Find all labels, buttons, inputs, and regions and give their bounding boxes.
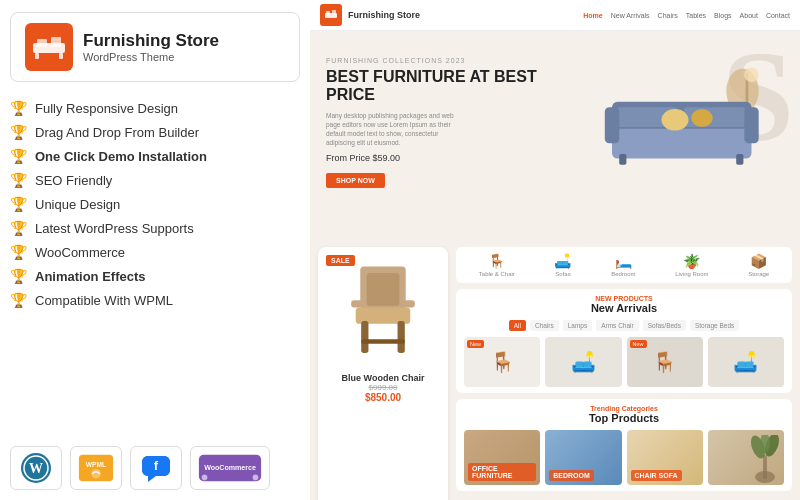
feature-item-wpml: 🏆Compatible With WPML — [10, 288, 300, 312]
arrival-img-2: 🛋️ — [545, 337, 621, 387]
svg-marker-13 — [148, 476, 156, 482]
storage-icon: 📦 — [750, 253, 767, 269]
features-list: 🏆Fully Responsive Design🏆Drag And Drop F… — [0, 92, 310, 440]
nav-about[interactable]: About — [740, 12, 758, 19]
shop-now-button[interactable]: SHOP NOW — [326, 173, 385, 188]
svg-rect-44 — [763, 455, 767, 479]
top-product-vase[interactable] — [708, 430, 784, 485]
badge-wpml: WPML — [70, 446, 122, 490]
feature-item-seo: 🏆SEO Friendly — [10, 168, 300, 192]
feature-icon-drag-drop: 🏆 — [10, 124, 27, 140]
svg-text:W: W — [29, 461, 43, 476]
arrival-card-4: 🛋️ — [708, 337, 784, 387]
new-arrivals-eyebrow: NEW PRODUCTS — [464, 295, 784, 302]
hero-section: FURNISHING COLLECTIONS 2023 BEST FURNITU… — [310, 39, 800, 239]
filter-sofas[interactable]: Sofas/Beds — [643, 320, 686, 331]
nav-blogs[interactable]: Blogs — [714, 12, 732, 19]
cat-tab-table-chair[interactable]: 🪑 Table & Chair — [479, 253, 515, 277]
feature-icon-seo: 🏆 — [10, 172, 27, 188]
living-icon: 🪴 — [683, 253, 700, 269]
products-section: SALE Blue Wooden Ch — [310, 239, 800, 500]
feature-text-seo: SEO Friendly — [35, 173, 112, 188]
nav-chairs[interactable]: Chairs — [658, 12, 678, 19]
feature-text-demo-install: One Click Demo Installation — [35, 149, 207, 164]
vase-bg — [708, 430, 784, 485]
product-price-old: $999.00 — [328, 383, 438, 392]
sale-badge: SALE — [326, 255, 355, 266]
filter-tabs: All Chairs Lamps Arms Chair Sofas/Beds S… — [464, 320, 784, 331]
filter-all[interactable]: All — [509, 320, 526, 331]
store-topbar: Furnishing Store Home New Arrivals Chair… — [310, 0, 800, 31]
svg-text:f: f — [154, 458, 159, 473]
nav-home[interactable]: Home — [583, 12, 602, 19]
svg-rect-4 — [59, 53, 63, 59]
hero-description: Many desktop publishing packages and web… — [326, 111, 466, 147]
cat-tab-bedroom[interactable]: 🛏️ Bedroom — [611, 253, 635, 277]
right-panel: Furnishing Store Home New Arrivals Chair… — [310, 0, 800, 500]
feature-icon-unique: 🏆 — [10, 196, 27, 212]
hero-image-area: S — [584, 51, 784, 191]
chair-image — [328, 257, 438, 367]
svg-rect-31 — [619, 154, 626, 165]
feature-text-animation: Animation Effects — [35, 269, 146, 284]
top-product-office[interactable]: OFFICE FURNITURE — [464, 430, 540, 485]
filter-chairs[interactable]: Chairs — [530, 320, 559, 331]
svg-rect-39 — [398, 321, 405, 353]
hero-text: FURNISHING COLLECTIONS 2023 BEST FURNITU… — [326, 51, 584, 188]
filter-arms-chair[interactable]: Arms Chair — [596, 320, 639, 331]
vase-decoration — [750, 435, 780, 485]
bedroom-bg: BEDROOM — [545, 430, 621, 485]
svg-point-18 — [253, 475, 259, 481]
top-product-sofa[interactable]: CHAIR SOFA — [627, 430, 703, 485]
filter-lamps[interactable]: Lamps — [563, 320, 593, 331]
hero-price: From Price $59.00 — [326, 153, 584, 163]
svg-point-24 — [744, 68, 758, 82]
feature-icon-wpml: 🏆 — [10, 292, 27, 308]
svg-rect-29 — [605, 107, 619, 143]
arrival-card-1: New 🪑 — [464, 337, 540, 387]
sofa-image — [594, 64, 774, 181]
new-badge-3: New — [630, 340, 647, 348]
feature-text-unique: Unique Design — [35, 197, 120, 212]
top-products-grid: OFFICE FURNITURE BEDROOM CHAIR SOFA — [464, 430, 784, 485]
feature-item-demo-install: 🏆One Click Demo Installation — [10, 144, 300, 168]
office-bg: OFFICE FURNITURE — [464, 430, 540, 485]
new-arrivals-section: NEW PRODUCTS New Arrivals All Chairs Lam… — [456, 289, 792, 393]
feature-icon-woo: 🏆 — [10, 244, 27, 260]
mini-store-name: Furnishing Store — [348, 10, 420, 20]
svg-rect-36 — [367, 273, 400, 306]
cat-label-1: Table & Chair — [479, 271, 515, 277]
cat-tab-living[interactable]: 🪴 Living Room — [675, 253, 708, 277]
badge-chat: f — [130, 446, 182, 490]
svg-rect-3 — [35, 53, 39, 59]
filter-storage[interactable]: Storage Beds — [690, 320, 739, 331]
new-arrivals-title: New Arrivals — [464, 302, 784, 314]
badge-wordpress: W — [10, 446, 62, 490]
logo-subtitle: WordPress Theme — [83, 51, 219, 63]
logo-text: Furnishing Store WordPress Theme — [83, 31, 219, 63]
cat-label-2: Sofas — [555, 271, 570, 277]
svg-rect-41 — [351, 300, 362, 307]
feature-text-drag-drop: Drag And Drop From Builder — [35, 125, 199, 140]
nav-tables[interactable]: Tables — [686, 12, 706, 19]
svg-rect-38 — [361, 321, 368, 353]
cat-tab-storage[interactable]: 📦 Storage — [748, 253, 769, 277]
badge-woocommerce: WooCommerce — [190, 446, 270, 490]
bedroom-icon: 🛏️ — [615, 253, 632, 269]
mini-logo — [320, 4, 342, 26]
sofa-bg: CHAIR SOFA — [627, 430, 703, 485]
nav-contact[interactable]: Contact — [766, 12, 790, 19]
feature-item-wp-support: 🏆Latest WordPress Supports — [10, 216, 300, 240]
top-products-eyebrow: Trending Categories — [464, 405, 784, 412]
featured-product-card: SALE Blue Wooden Ch — [318, 247, 448, 500]
office-label: OFFICE FURNITURE — [468, 463, 536, 481]
top-product-bedroom[interactable]: BEDROOM — [545, 430, 621, 485]
arrival-card-2: 🛋️ — [545, 337, 621, 387]
cat-label-3: Bedroom — [611, 271, 635, 277]
feature-text-responsive: Fully Responsive Design — [35, 101, 178, 116]
cat-tab-sofas[interactable]: 🛋️ Sofas — [554, 253, 571, 277]
nav-arrivals[interactable]: New Arrivals — [611, 12, 650, 19]
category-tabs: 🪑 Table & Chair 🛋️ Sofas 🛏️ Bedroom 🪴 Li… — [456, 247, 792, 283]
feature-text-woo: WooCommerce — [35, 245, 125, 260]
left-panel: Furnishing Store WordPress Theme 🏆Fully … — [0, 0, 310, 500]
